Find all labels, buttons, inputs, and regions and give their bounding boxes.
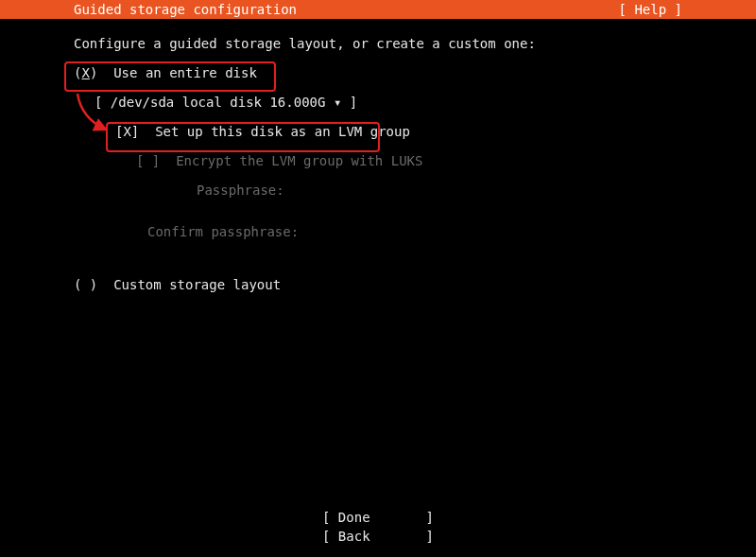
disk-select[interactable]: [ /dev/sda local disk 16.000G ▾ ] bbox=[94, 95, 679, 110]
checkbox-encrypt[interactable]: [ ] Encrypt the LVM group with LUKS bbox=[136, 153, 679, 168]
custom-radio: ( ) bbox=[74, 277, 97, 292]
done-button[interactable]: [ Done ] bbox=[0, 508, 756, 527]
select-close: ] bbox=[341, 95, 357, 110]
radio-close: ) bbox=[90, 65, 97, 80]
passphrase-label: Passphrase: bbox=[197, 183, 679, 198]
custom-label: Custom storage layout bbox=[113, 277, 281, 292]
radio-mark: X bbox=[81, 65, 89, 80]
entire-disk-label: Use an entire disk bbox=[113, 65, 257, 80]
radio-entire-disk[interactable]: (X) Use an entire disk bbox=[74, 65, 679, 80]
lvm-label: Set up this disk as an LVM group bbox=[155, 124, 410, 139]
bottom-buttons: [ Done ] [ Back ] bbox=[0, 508, 756, 546]
encrypt-check: [ ] bbox=[136, 153, 160, 168]
content: Configure a guided storage layout, or cr… bbox=[74, 36, 679, 292]
disk-select-value: /dev/sda local disk 16.000G bbox=[102, 95, 333, 110]
help-button[interactable]: [ Help ] bbox=[619, 2, 682, 17]
confirm-passphrase-label: Confirm passphrase: bbox=[147, 224, 679, 239]
page-title: Guided storage configuration bbox=[74, 2, 297, 17]
lvm-check: [X] bbox=[115, 124, 139, 139]
checkbox-lvm[interactable]: [X] Set up this disk as an LVM group bbox=[115, 124, 679, 139]
encrypt-label: Encrypt the LVM group with LUKS bbox=[176, 153, 422, 168]
header: Guided storage configuration [ Help ] bbox=[0, 0, 756, 19]
back-button[interactable]: [ Back ] bbox=[0, 527, 756, 546]
intro-text: Configure a guided storage layout, or cr… bbox=[74, 36, 679, 51]
radio-custom-layout[interactable]: ( ) Custom storage layout bbox=[74, 277, 679, 292]
